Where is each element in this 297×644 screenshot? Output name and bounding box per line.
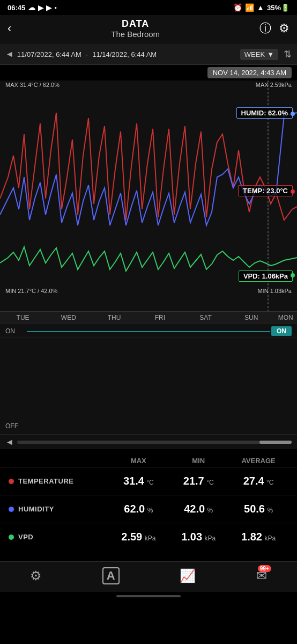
stats-col-label xyxy=(9,457,108,465)
humidity-dot xyxy=(9,507,14,512)
day-tue: TUE xyxy=(0,312,46,324)
day-fri: FRI xyxy=(137,312,183,324)
nav-filters[interactable]: ⚙ xyxy=(30,568,42,583)
filters-icon: ⚙ xyxy=(30,568,42,583)
max-vpd-label: MAX 2.59kPa xyxy=(256,82,292,88)
chart-min-labels: MIN 21.7°C / 42.0% MIN 1.03kPa xyxy=(0,287,297,295)
vpd-label: VPD xyxy=(9,533,108,541)
charts-icon: 📈 xyxy=(180,568,196,583)
nav-charts[interactable]: 📈 xyxy=(180,568,196,583)
stats-row-vpd: VPD 2.59 kPa 1.03 kPa 1.82 kPa xyxy=(0,523,297,551)
day-mon: MON xyxy=(274,312,297,324)
nav-sensors[interactable]: A xyxy=(102,567,120,584)
battery-icon: 35%🔋 xyxy=(267,4,289,12)
min-vpd-label: MIN 1.03kPa xyxy=(257,288,292,294)
temp-min-cell: 21.7 °C xyxy=(168,475,228,487)
dot-icon: ● xyxy=(54,5,57,10)
day-wed: WED xyxy=(46,312,91,324)
on-badge-right: ON xyxy=(271,326,292,336)
humid-cursor-dot xyxy=(291,112,295,116)
sort-filter-icon[interactable]: ⇅ xyxy=(284,48,292,60)
date-bar: ◄ 11/07/2022, 6:44 AM - 11/14/2022, 6:44… xyxy=(0,44,297,65)
top-nav: ‹ DATA The Bedroom ⓘ ⚙ xyxy=(0,15,297,44)
page-subtitle: The Bedroom xyxy=(111,30,160,39)
nav-notifications[interactable]: 99+ ✉ xyxy=(256,568,267,583)
on-off-strip: ON ON xyxy=(0,324,297,338)
off-label: OFF xyxy=(5,422,18,430)
humid-min-cell: 42.0 % xyxy=(168,503,228,515)
youtube-icon2: ▶ xyxy=(46,4,51,12)
max-temp-humid-label: MAX 31.4°C / 62.0% xyxy=(5,82,60,88)
chart-area[interactable]: MAX 31.4°C / 62.0% MAX 2.59kPa HUMID: 62… xyxy=(0,80,297,311)
status-bar: 06:45 ☁ ▶ ▶ ● ⏰ 📶 ▲ 35%🔋 xyxy=(0,0,297,15)
temperature-label: TEMPERATURE xyxy=(9,477,108,485)
page-title: DATA xyxy=(111,18,160,30)
stats-row-humidity: HUMIDITY 62.0 % 42.0 % 50.6 % xyxy=(0,495,297,523)
vpd-max-cell: 2.59 kPa xyxy=(108,531,168,543)
header-center: DATA The Bedroom xyxy=(111,18,160,39)
sensors-icon: A xyxy=(102,567,120,584)
day-sat: SAT xyxy=(183,312,228,324)
stats-header-row: MAX MIN AVERAGE xyxy=(0,455,297,467)
handle-bar xyxy=(116,595,181,597)
scroll-thumb[interactable] xyxy=(259,441,292,444)
selected-date-tooltip: NOV 14, 2022, 4:43 AM xyxy=(207,67,292,78)
week-selector[interactable]: WEEK ▼ xyxy=(240,49,278,60)
timeline-area: OFF xyxy=(0,338,297,434)
vpd-avg-cell: 1.82 kPa xyxy=(228,531,288,543)
stats-col-min: MIN xyxy=(168,457,228,465)
cloud-icon: ☁ xyxy=(28,3,35,12)
time-display: 06:45 xyxy=(8,4,25,12)
day-sun: SUN xyxy=(228,312,274,324)
info-button[interactable]: ⓘ xyxy=(259,20,271,36)
date-separator: - xyxy=(86,50,88,58)
youtube-icon: ▶ xyxy=(38,4,43,12)
settings-button[interactable]: ⚙ xyxy=(279,21,289,35)
day-thu: THU xyxy=(91,312,137,324)
start-date: 11/07/2022, 6:44 AM xyxy=(17,50,81,58)
stats-section: MAX MIN AVERAGE TEMPERATURE 31.4 °C 21.7… xyxy=(0,449,297,556)
week-label: WEEK xyxy=(244,50,265,58)
end-date: 11/14/2022, 6:44 AM xyxy=(92,50,157,58)
stats-col-average: AVERAGE xyxy=(228,457,288,465)
vpd-tooltip: VPD: 1.06kPa xyxy=(239,270,293,282)
scroll-left-arrow[interactable]: ◄ xyxy=(5,437,14,447)
temperature-dot xyxy=(9,479,14,484)
week-arrow-icon: ▼ xyxy=(267,50,274,58)
date-back-arrow[interactable]: ◄ xyxy=(5,49,14,59)
temp-max-cell: 31.4 °C xyxy=(108,475,168,487)
signal-icon: ▲ xyxy=(257,3,264,12)
back-button[interactable]: ‹ xyxy=(8,21,11,35)
stats-col-max: MAX xyxy=(108,457,168,465)
humid-avg-cell: 50.6 % xyxy=(228,503,288,515)
day-labels-row: TUE WED THU FRI SAT SUN MON xyxy=(0,311,297,324)
stats-row-temperature: TEMPERATURE 31.4 °C 21.7 °C 27.4 °C xyxy=(0,467,297,495)
temp-avg-cell: 27.4 °C xyxy=(228,475,288,487)
humidity-label: HUMIDITY xyxy=(9,505,108,513)
humid-max-cell: 62.0 % xyxy=(108,503,168,515)
alarm-icon: ⏰ xyxy=(233,3,242,12)
status-icons: ⏰ 📶 ▲ 35%🔋 xyxy=(233,3,289,12)
temp-cursor-dot xyxy=(291,189,295,194)
chart-max-labels: MAX 31.4°C / 62.0% MAX 2.59kPa xyxy=(0,80,297,89)
bottom-handle xyxy=(0,592,297,599)
notification-badge: 99+ xyxy=(258,565,271,572)
tooltip-date-bar: NOV 14, 2022, 4:43 AM xyxy=(0,65,297,80)
min-temp-humid-label: MIN 21.7°C / 42.0% xyxy=(5,288,57,294)
temp-tooltip: TEMP: 23.0°C xyxy=(238,185,293,196)
wifi-icon: 📶 xyxy=(245,3,254,12)
humid-tooltip: HUMID: 62.0% xyxy=(236,107,293,119)
scroll-bar-area[interactable]: ◄ xyxy=(0,434,297,449)
status-time: 06:45 ☁ ▶ ▶ ● xyxy=(8,3,57,12)
bottom-nav: ⚙ A 📈 99+ ✉ xyxy=(0,561,297,592)
vpd-dot xyxy=(9,535,14,540)
vpd-min-cell: 1.03 kPa xyxy=(168,531,228,543)
vpd-cursor-dot xyxy=(291,273,295,277)
scroll-track[interactable] xyxy=(17,441,292,444)
on-label-left: ON xyxy=(5,327,15,335)
